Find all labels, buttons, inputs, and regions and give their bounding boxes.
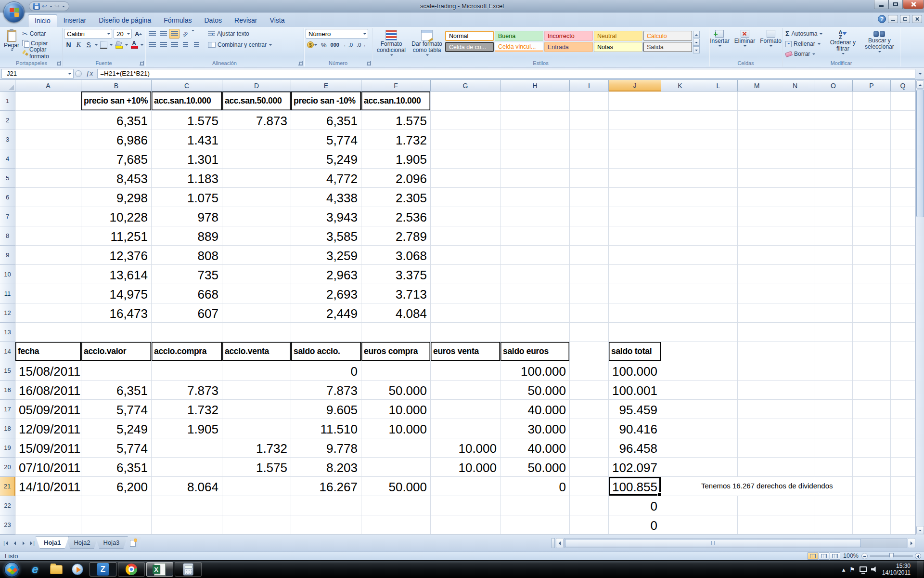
cell-K7[interactable]: [661, 207, 699, 226]
tab-fórmulas[interactable]: Fórmulas: [157, 14, 198, 27]
cell-I8[interactable]: [570, 226, 609, 246]
cell-J10[interactable]: [609, 265, 661, 284]
cell-L22[interactable]: [699, 496, 738, 515]
decrease-decimal-button[interactable]: .0→: [355, 40, 368, 49]
cell-G13[interactable]: [431, 323, 500, 342]
cell-style-entrada[interactable]: Entrada: [544, 42, 593, 52]
cell-style-notas[interactable]: Notas: [594, 42, 642, 52]
cell-N15[interactable]: [776, 361, 814, 381]
cell-B17[interactable]: 5,774: [81, 400, 152, 419]
cell-G17[interactable]: [431, 400, 500, 419]
cell-H21[interactable]: 0: [500, 477, 570, 496]
workbook-restore-button[interactable]: [900, 15, 910, 23]
cell-C19[interactable]: [152, 438, 222, 458]
cell-M22[interactable]: [738, 496, 776, 515]
increase-indent-button[interactable]: [191, 40, 202, 50]
horizontal-scrollbar[interactable]: [552, 538, 915, 549]
cell-A7[interactable]: [15, 207, 81, 226]
cell-N5[interactable]: [776, 169, 814, 188]
autosum-button[interactable]: ΣAutosuma: [784, 29, 824, 39]
next-sheet-button[interactable]: [19, 539, 27, 548]
cell-L23[interactable]: [699, 515, 738, 535]
cell-P2[interactable]: [853, 111, 891, 130]
cell-J23[interactable]: 0: [609, 515, 661, 535]
cell-N1[interactable]: [776, 92, 814, 111]
cell-N4[interactable]: [776, 149, 814, 169]
cell-O1[interactable]: [814, 92, 853, 111]
cell-K10[interactable]: [661, 265, 699, 284]
cell-M2[interactable]: [738, 111, 776, 130]
row-header-14[interactable]: 14: [0, 342, 15, 361]
cell-J16[interactable]: 100.001: [609, 381, 661, 400]
cell-P21[interactable]: [853, 477, 891, 496]
cell-L14[interactable]: [699, 342, 738, 361]
cell-I18[interactable]: [570, 419, 609, 438]
cell-F12[interactable]: 4.084: [361, 303, 431, 323]
cell-Q14[interactable]: [891, 342, 915, 361]
workbook-close-button[interactable]: [912, 15, 922, 23]
cell-E13[interactable]: [291, 323, 361, 342]
cell-J13[interactable]: [609, 323, 661, 342]
gallery-up-button[interactable]: [693, 31, 700, 38]
cell-B18[interactable]: 5,249: [81, 419, 152, 438]
cell-style-neutral[interactable]: Neutral: [594, 31, 642, 41]
scroll-up-button[interactable]: [916, 80, 924, 89]
align-middle-button[interactable]: [158, 29, 168, 39]
cell-D21[interactable]: [222, 477, 291, 496]
cell-B13[interactable]: [81, 323, 152, 342]
borders-button[interactable]: [99, 40, 109, 50]
cell-E9[interactable]: 3,259: [291, 246, 361, 265]
cell-O13[interactable]: [814, 323, 853, 342]
cell-L11[interactable]: [699, 284, 738, 303]
cell-I17[interactable]: [570, 400, 609, 419]
cell-G11[interactable]: [431, 284, 500, 303]
cell-N3[interactable]: [776, 130, 814, 149]
cell-D8[interactable]: [222, 226, 291, 246]
cell-I4[interactable]: [570, 149, 609, 169]
cell-Q9[interactable]: [891, 246, 915, 265]
cell-F10[interactable]: 3.375: [361, 265, 431, 284]
cell-O10[interactable]: [814, 265, 853, 284]
gallery-down-button[interactable]: [693, 39, 700, 46]
cell-M9[interactable]: [738, 246, 776, 265]
cell-C2[interactable]: 1.575: [152, 111, 222, 130]
cell-M20[interactable]: [738, 458, 776, 477]
cell-B22[interactable]: [81, 496, 152, 515]
cell-L8[interactable]: [699, 226, 738, 246]
cell-C23[interactable]: [152, 515, 222, 535]
cell-E21[interactable]: 16.267: [291, 477, 361, 496]
cell-F1[interactable]: acc.san.10.000: [361, 92, 431, 111]
cell-Q1[interactable]: [891, 92, 915, 111]
italic-button[interactable]: K: [74, 40, 83, 50]
cell-D10[interactable]: [222, 265, 291, 284]
cell-J11[interactable]: [609, 284, 661, 303]
cell-F13[interactable]: [361, 323, 431, 342]
cell-A15[interactable]: 15/08/2011: [15, 361, 81, 381]
row-header-10[interactable]: 10: [0, 265, 15, 284]
cell-L9[interactable]: [699, 246, 738, 265]
cell-J22[interactable]: 0: [609, 496, 661, 515]
cell-F18[interactable]: 10.000: [361, 419, 431, 438]
cell-L19[interactable]: [699, 438, 738, 458]
cell-style-celda-vincul[interactable]: Celda vincul...: [495, 42, 543, 52]
cell-O5[interactable]: [814, 169, 853, 188]
cell-G20[interactable]: 10.000: [431, 458, 500, 477]
cell-M4[interactable]: [738, 149, 776, 169]
cell-N20[interactable]: [776, 458, 814, 477]
cell-O17[interactable]: [814, 400, 853, 419]
cell-J19[interactable]: 96.458: [609, 438, 661, 458]
cell-H23[interactable]: [500, 515, 570, 535]
cell-G23[interactable]: [431, 515, 500, 535]
row-header-19[interactable]: 19: [0, 438, 15, 458]
cell-J17[interactable]: 95.459: [609, 400, 661, 419]
cell-P1[interactable]: [853, 92, 891, 111]
row-header-23[interactable]: 23: [0, 515, 15, 535]
format-painter-button[interactable]: Copiar formato: [21, 48, 61, 58]
cell-F16[interactable]: 50.000: [361, 381, 431, 400]
cell-F7[interactable]: 2.536: [361, 207, 431, 226]
cell-F6[interactable]: 2.305: [361, 188, 431, 207]
excel-taskbar-button[interactable]: X: [146, 562, 173, 577]
cell-E8[interactable]: 3,585: [291, 226, 361, 246]
cell-A10[interactable]: [15, 265, 81, 284]
cell-L3[interactable]: [699, 130, 738, 149]
